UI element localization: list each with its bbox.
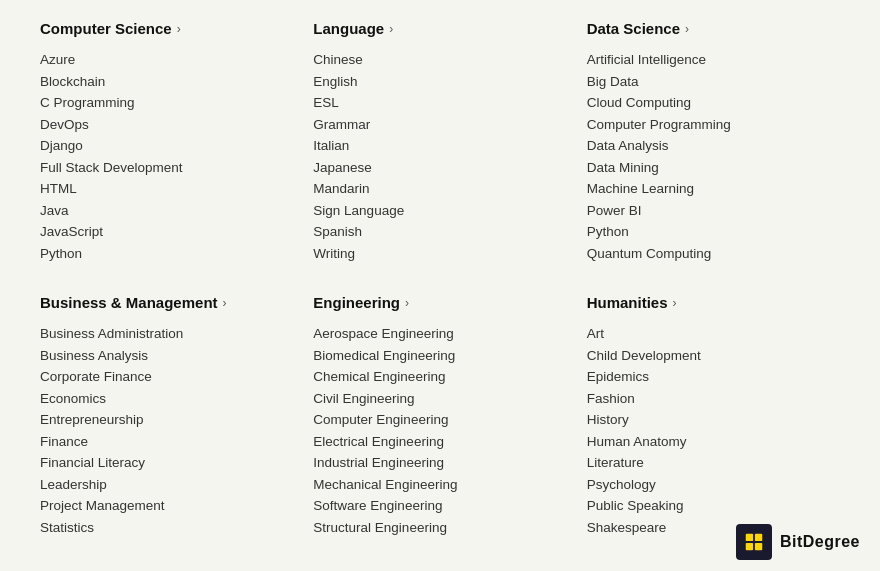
category-item[interactable]: Structural Engineering [313, 517, 566, 539]
category-section-data-science: Data Science›Artificial IntelligenceBig … [587, 20, 840, 264]
category-item[interactable]: Civil Engineering [313, 388, 566, 410]
logo-icon [736, 524, 772, 560]
category-item[interactable]: Big Data [587, 71, 840, 93]
category-item[interactable]: Python [587, 221, 840, 243]
category-item[interactable]: Data Analysis [587, 135, 840, 157]
category-item[interactable]: Grammar [313, 114, 566, 136]
chevron-right-icon: › [685, 22, 689, 36]
category-section-engineering: Engineering›Aerospace EngineeringBiomedi… [313, 294, 566, 538]
category-item[interactable]: Artificial Intelligence [587, 49, 840, 71]
category-item[interactable]: Public Speaking [587, 495, 840, 517]
category-item[interactable]: Mandarin [313, 178, 566, 200]
category-item[interactable]: Statistics [40, 517, 293, 539]
category-item[interactable]: Computer Engineering [313, 409, 566, 431]
category-item[interactable]: Project Management [40, 495, 293, 517]
category-item[interactable]: Japanese [313, 157, 566, 179]
chevron-right-icon: › [405, 296, 409, 310]
category-title-language: Language [313, 20, 384, 37]
category-header-data-science[interactable]: Data Science› [587, 20, 840, 37]
category-item[interactable]: Child Development [587, 345, 840, 367]
category-item[interactable]: Software Engineering [313, 495, 566, 517]
categories-grid: Computer Science›AzureBlockchainC Progra… [40, 20, 840, 538]
category-item[interactable]: Django [40, 135, 293, 157]
category-title-data-science: Data Science [587, 20, 680, 37]
category-item[interactable]: Business Analysis [40, 345, 293, 367]
category-item[interactable]: Art [587, 323, 840, 345]
category-title-humanities: Humanities [587, 294, 668, 311]
category-item[interactable]: History [587, 409, 840, 431]
category-item[interactable]: English [313, 71, 566, 93]
category-item[interactable]: Industrial Engineering [313, 452, 566, 474]
category-item[interactable]: Mechanical Engineering [313, 474, 566, 496]
category-header-computer-science[interactable]: Computer Science› [40, 20, 293, 37]
category-item[interactable]: Aerospace Engineering [313, 323, 566, 345]
category-item[interactable]: Azure [40, 49, 293, 71]
category-header-language[interactable]: Language› [313, 20, 566, 37]
category-item[interactable]: Electrical Engineering [313, 431, 566, 453]
category-title-computer-science: Computer Science [40, 20, 172, 37]
category-item[interactable]: Italian [313, 135, 566, 157]
category-item[interactable]: Chinese [313, 49, 566, 71]
category-item[interactable]: DevOps [40, 114, 293, 136]
category-item[interactable]: Literature [587, 452, 840, 474]
category-item[interactable]: HTML [40, 178, 293, 200]
logo-area: BitDegree [736, 524, 860, 560]
category-item[interactable]: Machine Learning [587, 178, 840, 200]
category-item[interactable]: Corporate Finance [40, 366, 293, 388]
category-item[interactable]: Data Mining [587, 157, 840, 179]
category-item[interactable]: Full Stack Development [40, 157, 293, 179]
category-item[interactable]: Python [40, 243, 293, 265]
chevron-right-icon: › [223, 296, 227, 310]
category-item[interactable]: Blockchain [40, 71, 293, 93]
category-title-business-management: Business & Management [40, 294, 218, 311]
chevron-right-icon: › [673, 296, 677, 310]
category-item[interactable]: Biomedical Engineering [313, 345, 566, 367]
category-item[interactable]: Chemical Engineering [313, 366, 566, 388]
category-item[interactable]: Business Administration [40, 323, 293, 345]
category-header-engineering[interactable]: Engineering› [313, 294, 566, 311]
logo-text: BitDegree [780, 533, 860, 551]
category-section-computer-science: Computer Science›AzureBlockchainC Progra… [40, 20, 293, 264]
category-item[interactable]: Human Anatomy [587, 431, 840, 453]
category-item[interactable]: Computer Programming [587, 114, 840, 136]
category-header-business-management[interactable]: Business & Management› [40, 294, 293, 311]
category-item[interactable]: C Programming [40, 92, 293, 114]
category-item[interactable]: Spanish [313, 221, 566, 243]
category-section-language: Language›ChineseEnglishESLGrammarItalian… [313, 20, 566, 264]
category-item[interactable]: Economics [40, 388, 293, 410]
category-item[interactable]: Psychology [587, 474, 840, 496]
svg-rect-3 [755, 543, 762, 550]
category-item[interactable]: Finance [40, 431, 293, 453]
category-item[interactable]: Cloud Computing [587, 92, 840, 114]
category-item[interactable]: Epidemics [587, 366, 840, 388]
category-item[interactable]: Leadership [40, 474, 293, 496]
category-item[interactable]: Financial Literacy [40, 452, 293, 474]
svg-rect-2 [746, 543, 753, 550]
chevron-right-icon: › [177, 22, 181, 36]
category-title-engineering: Engineering [313, 294, 400, 311]
category-section-business-management: Business & Management›Business Administr… [40, 294, 293, 538]
category-header-humanities[interactable]: Humanities› [587, 294, 840, 311]
category-item[interactable]: Writing [313, 243, 566, 265]
svg-rect-0 [746, 534, 753, 541]
category-item[interactable]: JavaScript [40, 221, 293, 243]
category-section-humanities: Humanities›ArtChild DevelopmentEpidemics… [587, 294, 840, 538]
category-item[interactable]: Quantum Computing [587, 243, 840, 265]
chevron-right-icon: › [389, 22, 393, 36]
category-item[interactable]: Power BI [587, 200, 840, 222]
category-item[interactable]: ESL [313, 92, 566, 114]
category-item[interactable]: Entrepreneurship [40, 409, 293, 431]
category-item[interactable]: Fashion [587, 388, 840, 410]
svg-rect-1 [755, 534, 762, 541]
category-item[interactable]: Sign Language [313, 200, 566, 222]
category-item[interactable]: Java [40, 200, 293, 222]
